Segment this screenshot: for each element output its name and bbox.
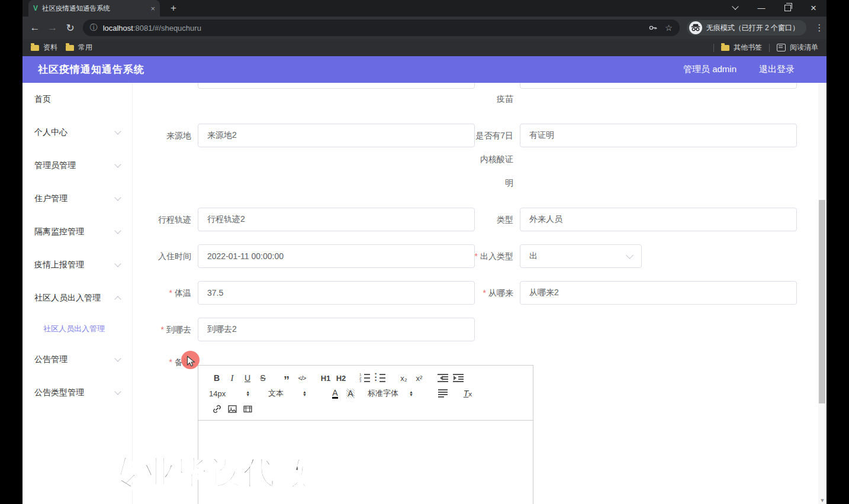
chevron-down-icon	[114, 260, 121, 267]
track-input[interactable]	[198, 208, 475, 231]
text-style-picker[interactable]: 文本▲▼	[268, 388, 319, 399]
chevron-down-icon	[114, 388, 121, 395]
forward-icon[interactable]: →	[44, 22, 62, 34]
italic-icon[interactable]: I	[224, 371, 240, 385]
user-info[interactable]: 管理员 admin	[683, 64, 737, 75]
incognito-badge[interactable]: 无痕模式（已打开 2 个窗口）	[687, 20, 806, 35]
chevron-down-icon	[114, 194, 121, 201]
inout-select[interactable]: 出	[520, 244, 642, 268]
underline-icon[interactable]: U	[240, 371, 255, 385]
bookmarks-bar: 资料 常用 其他书签 阅读清单	[22, 39, 827, 56]
minimize-button[interactable]: —	[748, 0, 774, 17]
image-icon[interactable]	[224, 402, 240, 415]
sidebar-item-home[interactable]: 首页	[22, 83, 132, 116]
bookmark-star-icon[interactable]: ☆	[665, 23, 673, 33]
chevron-down-icon	[114, 128, 121, 134]
sidebar-item-notice-management[interactable]: 公告管理	[22, 343, 132, 376]
divider	[713, 44, 714, 52]
close-button[interactable]: ×	[800, 0, 827, 17]
subscript-icon[interactable]: x₂	[396, 371, 411, 385]
back-icon[interactable]: ←	[26, 22, 44, 34]
outdent-icon[interactable]	[435, 371, 451, 385]
header-1-icon[interactable]: H1	[318, 371, 333, 385]
new-tab-button[interactable]: +	[171, 2, 176, 14]
restore-button[interactable]	[774, 0, 800, 17]
folder-icon	[721, 45, 729, 51]
vaccine-input-clipped[interactable]	[520, 83, 797, 89]
clipped-input-left[interactable]	[198, 83, 475, 89]
reading-list[interactable]: 阅读清单	[777, 43, 818, 53]
tab-title: 社区疫情通知通告系统	[42, 4, 147, 13]
blockquote-icon[interactable]: ”	[279, 374, 294, 387]
bookmark-folder-1[interactable]: 资料	[31, 43, 57, 53]
from-input[interactable]	[520, 281, 797, 305]
align-icon[interactable]	[435, 387, 451, 400]
source-input[interactable]	[198, 124, 475, 147]
bullet-list-icon[interactable]	[372, 371, 388, 385]
sidebar-item-notice-type-management[interactable]: 公告类型管理	[22, 376, 132, 409]
video-icon[interactable]	[240, 402, 255, 415]
browser-menu-icon[interactable]: ⋮	[812, 22, 827, 33]
code-block-icon[interactable]: </>	[294, 371, 310, 385]
vaccine-label: 疫苗	[466, 87, 513, 111]
app-header: 社区疫情通知通告系统 管理员 admin 退出登录	[22, 56, 827, 83]
to-input[interactable]	[198, 318, 475, 341]
sidebar-item-personal-center[interactable]: 个人中心	[22, 116, 132, 149]
sidebar-item-admin-management[interactable]: 管理员管理	[22, 149, 132, 182]
screenshot-stage: V 社区疫情通知通告系统 × + — × ← → ↻ ⓘ localhost:8…	[0, 0, 849, 504]
browser-tab[interactable]: V 社区疫情通知通告系统 ×	[28, 0, 160, 17]
bookmark-folder-2[interactable]: 常用	[66, 43, 92, 53]
editor-toolbar: B I U S ” </> H1	[198, 366, 533, 421]
sidebar-menu: 首页 个人中心 管理员管理 住户管理 隔离监控管理 疫情上报管理 社区人员出入管…	[22, 83, 133, 504]
vue-favicon-icon: V	[33, 4, 38, 12]
logout-link[interactable]: 退出登录	[759, 64, 795, 75]
browser-toolbar: ← → ↻ ⓘ localhost:8081/#/shequchuru ☆ 无痕…	[22, 17, 827, 39]
type-label: 类型	[454, 208, 513, 231]
temp-input[interactable]	[198, 281, 475, 305]
indent-icon[interactable]	[451, 371, 466, 385]
checkin-input[interactable]	[198, 244, 475, 268]
link-icon[interactable]	[209, 402, 224, 415]
address-bar[interactable]: ⓘ localhost:8081/#/shequchuru ☆	[83, 20, 680, 36]
source-label: 来源地	[133, 124, 191, 147]
other-bookmarks[interactable]: 其他书签	[721, 43, 762, 53]
superscript-icon[interactable]: x²	[411, 371, 427, 385]
sidebar-item-epidemic-report[interactable]: 疫情上报管理	[22, 248, 132, 282]
scrollbar-thumb[interactable]	[819, 200, 825, 403]
inout-label: *出入类型	[454, 244, 513, 268]
font-family-picker[interactable]: 标准字体▲▼	[368, 388, 424, 399]
sidebar-subitem-access-management-active[interactable]: 社区人员出入管理	[22, 315, 132, 343]
sidebar-item-resident-management[interactable]: 住户管理	[22, 182, 132, 215]
incognito-icon	[689, 21, 702, 34]
tab-strip: V 社区疫情通知通告系统 × + — ×	[22, 0, 827, 17]
text-color-icon[interactable]: A	[327, 387, 343, 400]
select-arrow-icon	[626, 251, 633, 259]
refresh-icon[interactable]: ↻	[62, 22, 79, 34]
app-title: 社区疫情通知通告系统	[38, 63, 144, 76]
window-menu-icon[interactable]	[722, 0, 748, 17]
chevron-up-icon	[114, 296, 121, 302]
track-label: 行程轨迹	[133, 208, 191, 231]
background-color-icon[interactable]: A	[343, 387, 358, 400]
reading-list-icon	[777, 44, 786, 51]
sidebar-item-quarantine-monitor[interactable]: 隔离监控管理	[22, 215, 132, 248]
scrollbar-track[interactable]: ▼	[818, 83, 827, 504]
clean-format-icon[interactable]: Tx	[460, 387, 475, 400]
type-input[interactable]	[520, 208, 797, 231]
scrollbar-down-arrow[interactable]: ▼	[818, 497, 827, 503]
cert-input[interactable]	[520, 124, 797, 147]
font-size-picker[interactable]: 14px▲▼	[209, 389, 258, 398]
tab-close-icon[interactable]: ×	[150, 4, 155, 13]
header-2-icon[interactable]: H2	[333, 371, 349, 385]
ordered-list-icon[interactable]	[357, 371, 372, 385]
to-label: *到哪去	[133, 318, 191, 341]
url-host: localhost	[103, 24, 133, 33]
url-text: localhost:8081/#/shequchuru	[103, 24, 642, 33]
bold-icon[interactable]: B	[209, 371, 224, 385]
password-key-icon[interactable]	[648, 23, 658, 33]
sidebar-item-access-management[interactable]: 社区人员出入管理	[22, 282, 132, 315]
strikethrough-icon[interactable]: S	[255, 371, 271, 385]
url-rest: :8081/#/shequchuru	[133, 24, 201, 33]
site-info-icon[interactable]: ⓘ	[90, 22, 98, 33]
watermark-text: 专业毕设代做	[110, 451, 309, 495]
